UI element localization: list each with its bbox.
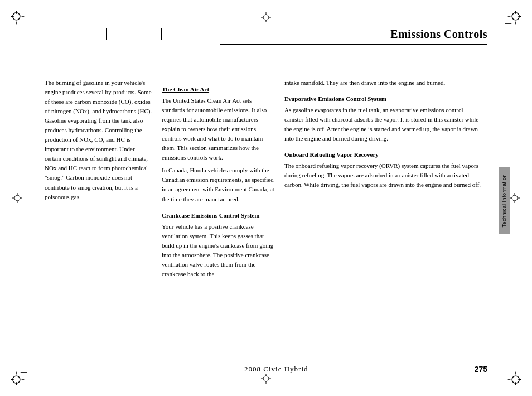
col1-body: The burning of gasoline in your vehicle'… [45, 78, 153, 202]
crosshair-right [510, 193, 520, 203]
corner-mark-tl [11, 11, 27, 27]
tab-box-2[interactable] [106, 28, 162, 40]
col3-para2: As gasoline evaporates in the fuel tank,… [284, 105, 482, 143]
svg-point-17 [512, 376, 519, 383]
tab-box-1[interactable] [45, 28, 100, 40]
header-area: Emissions Controls [45, 28, 487, 45]
svg-point-0 [13, 13, 20, 20]
side-tab: Technical Information [499, 167, 510, 234]
column-2: The Clean Air Act The United States Clea… [162, 78, 284, 351]
page-title-area: Emissions Controls [162, 28, 487, 45]
svg-point-37 [512, 195, 518, 201]
footer-page-number: 275 [475, 365, 487, 374]
col3-heading1: Evaporative Emissions Control System [284, 94, 482, 104]
col2-heading1: The Clean Air Act [162, 85, 275, 94]
col3-para3: The onboard refueling vapor recovery (OR… [284, 161, 482, 190]
main-content: The burning of gasoline in your vehicle'… [45, 78, 487, 351]
svg-point-22 [263, 15, 269, 20]
col3-heading2: Onboard Refueling Vapor Recovery [284, 150, 482, 160]
svg-point-27 [263, 376, 269, 381]
page: Emissions Controls The burning of gasoli… [0, 0, 532, 396]
col2-para3: Your vehicle has a positive crankcase ve… [162, 222, 275, 279]
corner-mark-br [505, 369, 521, 385]
column-1: The burning of gasoline in your vehicle'… [45, 78, 162, 351]
tab-boxes [45, 28, 162, 40]
svg-point-11 [13, 376, 20, 383]
crosshair-top [261, 12, 271, 22]
column-3: intake manifold. They are then drawn int… [284, 78, 487, 351]
title-rule [220, 44, 487, 45]
corner-mark-tr [505, 11, 521, 27]
svg-point-5 [512, 13, 519, 20]
crosshair-left [12, 193, 22, 203]
col2-heading2: Crankcase Emissions Control System [162, 211, 275, 220]
svg-point-32 [14, 195, 20, 201]
side-tab-text: Technical Information [501, 174, 507, 228]
col2-para1: The United States Clean Air Act sets sta… [162, 96, 275, 162]
footer: 2008 Civic Hybrid 275 [45, 365, 487, 374]
col2-para2: In Canada, Honda vehicles comply with th… [162, 166, 275, 204]
footer-center-text: 2008 Civic Hybrid [244, 365, 308, 374]
col3-para1: intake manifold. They are then drawn int… [284, 78, 482, 88]
crosshair-bottom [261, 374, 271, 384]
corner-mark-bl [11, 369, 27, 385]
page-title: Emissions Controls [390, 28, 487, 41]
